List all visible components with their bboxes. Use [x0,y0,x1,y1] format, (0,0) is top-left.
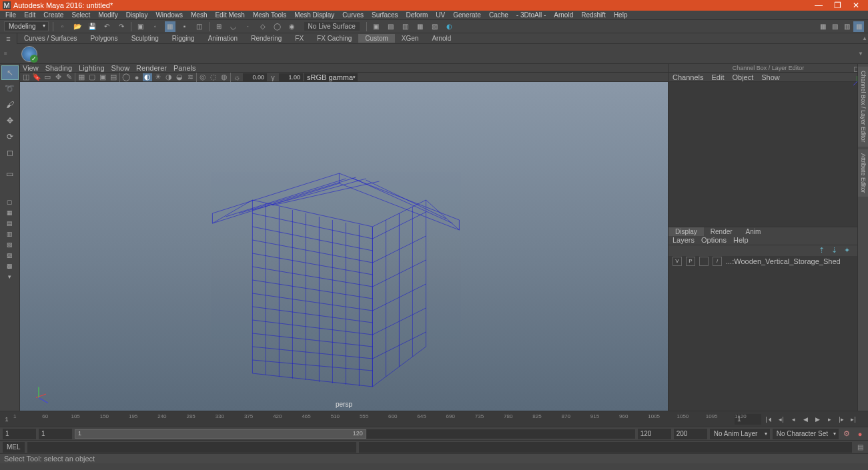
light-editor-icon[interactable]: ◐ [444,21,455,32]
range-slider[interactable]: 1 120 [75,429,635,439]
layer-menu-help[interactable]: Help [733,236,749,244]
vp-exposure-icon[interactable]: ☼ [232,73,242,81]
menu-uv[interactable]: UV [432,11,449,19]
snap-point-icon[interactable]: · [243,21,254,32]
select-uv-icon[interactable]: ◫ [194,21,205,32]
menu-edit[interactable]: Edit [20,11,39,19]
shelf-toggle-icon[interactable]: ≡ [0,33,17,44]
attr-editor-toggle-icon[interactable]: ▥ [841,21,852,32]
menu-select[interactable]: Select [67,11,94,19]
close-button[interactable]: ✕ [847,1,865,10]
vp-exposure-value[interactable]: 0.00 [243,73,267,81]
step-back-button[interactable]: ◂ [788,414,799,425]
vp-textured-icon[interactable]: ◐ [143,73,152,81]
layout-persp-button[interactable]: ▥ [1,229,19,239]
menu-windows[interactable]: Windows [151,11,187,19]
step-fwd-button[interactable]: ▸ [824,414,835,425]
anim-start-field[interactable]: 1 [3,429,36,439]
autokey-button[interactable]: ⚙ [841,429,852,439]
vp-shaded-icon[interactable]: ● [132,73,141,81]
time-track[interactable]: 1601051501952402853303754204655105556006… [13,412,735,427]
vp-wire-icon[interactable]: ◯ [121,73,131,81]
menu-surfaces[interactable]: Surfaces [368,11,402,19]
menu-deform[interactable]: Deform [402,11,432,19]
menu-mesh[interactable]: Mesh [187,11,211,19]
vp-grease-icon[interactable]: ✎ [64,73,73,81]
snap-plane-icon[interactable]: ◇ [258,21,268,32]
menu-modify[interactable]: Modify [94,11,121,19]
vp-grid-icon[interactable]: ▦ [77,73,86,81]
menu-help[interactable]: Help [610,11,632,19]
minimize-button[interactable]: — [809,1,828,10]
vp-film-gate-icon[interactable]: ▢ [87,73,97,81]
last-tool-button[interactable]: ▭ [1,167,19,181]
layer-name[interactable]: ...:Wooden_Vertical_Storage_Shed [726,257,841,265]
shelf-scroll-down-icon[interactable]: ▼ [857,51,864,57]
menu-mesh-tools[interactable]: Mesh Tools [249,11,290,19]
menu-mesh-display[interactable]: Mesh Display [290,11,338,19]
shelf-tab-polygons[interactable]: Polygons [83,34,124,43]
menu-display[interactable]: Display [122,11,152,19]
shelf-tab-sculpting[interactable]: Sculpting [125,34,165,43]
layer-visible-toggle[interactable]: V [673,257,682,266]
range-end-field[interactable]: 120 [638,429,671,439]
anim-end-field[interactable]: 200 [674,429,707,439]
redo-icon[interactable]: ↷ [116,21,127,32]
script-lang-button[interactable]: MEL [3,442,25,453]
layout-hyper-button[interactable]: ▧ [1,240,19,249]
goto-end-button[interactable]: ▸| [848,414,859,425]
vp-isolate-icon[interactable]: ◎ [198,73,207,81]
step-back-key-button[interactable]: ◂| [776,414,787,425]
channel-tab-edit[interactable]: Edit [711,73,724,81]
channel-tab-object[interactable]: Object [732,73,753,81]
layer-color-swatch[interactable]: / [713,257,722,266]
play-fwd-button[interactable]: ▶ [812,414,823,425]
shelf-tab-fxcaching[interactable]: FX Caching [310,34,358,43]
workspace-select[interactable]: Modeling [4,21,49,31]
vp-light-icon[interactable]: ☀ [153,73,163,81]
vp-menu-view[interactable]: View [23,64,39,72]
layer-menu-options[interactable]: Options [701,236,727,244]
paint-select-tool-button[interactable]: 🖌 [1,97,19,112]
script-editor-button[interactable]: ▤ [855,442,865,453]
menu-redshift[interactable]: Redshift [577,11,610,19]
render-icon[interactable]: ▣ [371,21,382,32]
viewport-3d[interactable]: persp ⌂ [20,82,668,411]
select-face-icon[interactable]: ▪ [179,21,190,32]
undo-icon[interactable]: ↶ [101,21,112,32]
shelf-tab-curves[interactable]: Curves / Surfaces [17,34,83,43]
time-slider[interactable]: 1 16010515019524028533037542046551055560… [0,411,868,427]
rotate-tool-button[interactable]: ⟳ [1,129,19,144]
shelf-tab-custom[interactable]: Custom [358,34,394,43]
goto-start-button[interactable]: |⏴ [764,414,775,425]
play-back-button[interactable]: ◀ [800,414,811,425]
shelf-tab-xgen[interactable]: XGen [395,34,426,43]
menu-arnold[interactable]: Arnold [550,11,577,19]
vp-image-plane-icon[interactable]: ▭ [43,73,52,81]
vp-view-transform-select[interactable]: sRGB gamma [304,73,358,81]
menu-curves[interactable]: Curves [338,11,368,19]
display-layer-row[interactable]: V P / ...:Wooden_Vertical_Storage_Shed [669,256,868,267]
vp-res-gate-icon[interactable]: ▣ [98,73,107,81]
snap-view-icon[interactable]: ◉ [287,21,298,32]
shelf-tab-arnold[interactable]: Arnold [425,34,458,43]
lasso-tool-button[interactable]: ➰ [1,81,19,96]
layout-more-button[interactable]: ▾ [1,272,19,281]
shelf-tab-rigging[interactable]: Rigging [165,34,201,43]
vp-menu-renderer[interactable]: Renderer [136,64,167,72]
vp-select-cam-icon[interactable]: ◫ [21,73,31,81]
vp-gate-mask-icon[interactable]: ▤ [109,73,118,81]
vp-menu-show[interactable]: Show [111,64,130,72]
new-scene-icon[interactable]: ▫ [57,21,68,32]
vp-menu-lighting[interactable]: Lighting [79,64,105,72]
layout-outliner-button[interactable]: ▤ [1,219,19,228]
hypershade-icon[interactable]: ▦ [415,21,426,32]
shelf-globe-icon[interactable] [21,46,37,62]
layer-move-up-icon[interactable]: ⇡ [819,246,825,255]
live-surface-pill[interactable]: No Live Surface [304,22,360,31]
character-set-select[interactable]: No Character Set [773,429,839,439]
set-key-button[interactable]: ● [855,429,865,439]
snap-grid-icon[interactable]: ⊞ [213,21,224,32]
channelbox-toggle-icon[interactable]: ▤ [829,21,840,32]
vp-xray-icon[interactable]: ◌ [209,73,218,81]
